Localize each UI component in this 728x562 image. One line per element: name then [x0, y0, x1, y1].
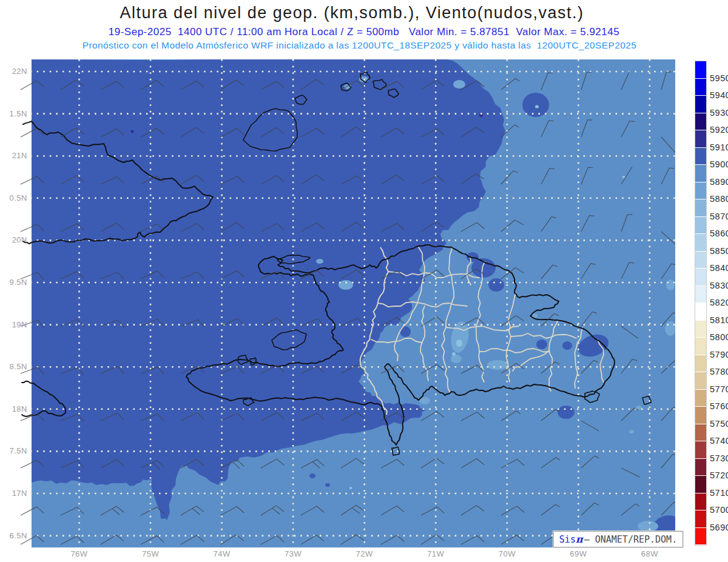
- shade-patch-5880-5890: [636, 406, 642, 410]
- colorbar-segment: [695, 493, 706, 511]
- colorbar-segment: [695, 441, 706, 459]
- colorbar-label: 5920: [710, 125, 728, 135]
- colorbar-label: 5730: [710, 453, 728, 463]
- colorbar-segment: [695, 199, 706, 217]
- colorbar-segment: [695, 130, 706, 148]
- shade-blob-5900-5910: [400, 326, 411, 337]
- shade-blob-5900-5910: [392, 274, 409, 296]
- shade-blob-5900-5910: [558, 406, 575, 419]
- lat-label: 7.5N: [2, 446, 27, 455]
- colorbar-label: 5780: [710, 367, 728, 376]
- lat-label: 17N: [2, 489, 27, 498]
- shade-patch-5880-5890: [339, 280, 353, 290]
- colorbar-segment: [695, 113, 706, 131]
- lat-label: 0.5N: [2, 193, 27, 202]
- colorbar-segment: [695, 182, 706, 200]
- colorbar-segment: [695, 252, 706, 269]
- lat-label: 19N: [2, 320, 27, 329]
- colorbar-label: 5910: [710, 142, 728, 152]
- colorbar-segment: [695, 372, 706, 390]
- colorbar-label: 5900: [710, 159, 728, 169]
- shade-patch-5880-5890: [451, 355, 462, 363]
- colorbar-segment: [695, 407, 706, 424]
- weather-map: [0, 0, 728, 562]
- colorbar-label: 5860: [710, 229, 728, 238]
- lon-label: 73W: [280, 549, 306, 558]
- colorbar-label: 5940: [710, 90, 728, 100]
- shade-patch-5880-5890: [316, 259, 323, 264]
- shade-blob-5900-5910: [309, 473, 315, 478]
- shade-spot-5870-5880: [535, 105, 539, 109]
- shade-patch-5880-5890: [638, 521, 658, 532]
- colorbar-segment: [695, 234, 706, 252]
- colorbar-label: 5850: [710, 246, 728, 256]
- colorbar-segment: [695, 286, 706, 304]
- watermark-sis: Sis: [559, 534, 576, 545]
- shade-blob-5900-5910: [325, 483, 330, 487]
- colorbar-label: 5950: [710, 73, 728, 83]
- watermark-box: Sisπ— ONAMET/REP.DOM.: [553, 531, 683, 547]
- colorbar-label: 5830: [710, 281, 728, 290]
- colorbar-label: 5810: [710, 315, 728, 325]
- lon-label: 76W: [66, 549, 93, 558]
- colorbar-label: 5710: [710, 488, 728, 498]
- shade-spot-5870-5880: [452, 352, 456, 356]
- shade-patch-5880-5890: [666, 279, 675, 290]
- colorbar-segment: [695, 390, 706, 407]
- shade-spot-5870-5880: [456, 340, 462, 347]
- colorbar-label: 5740: [710, 436, 728, 446]
- colorbar-segment: [695, 338, 706, 355]
- colorbar-segment: [695, 61, 706, 79]
- lon-label: 74W: [209, 549, 235, 558]
- colorbar-segment: [695, 217, 706, 235]
- shade-patch-5880-5890: [665, 321, 676, 336]
- lat-label: 8.5N: [2, 362, 27, 371]
- lon-label: 71W: [422, 549, 449, 558]
- lon-label: 72W: [351, 549, 378, 558]
- colorbar-segment: [695, 476, 706, 493]
- shade-spot-5870-5880: [349, 487, 352, 489]
- colorbar-segment: [695, 148, 706, 166]
- watermark-org: — ONAMET/REP.DOM.: [584, 534, 678, 545]
- colorbar-segment: [695, 528, 706, 546]
- colorbar-label: 5820: [710, 298, 728, 307]
- colorbar-label: 5720: [710, 470, 728, 480]
- shade-spot-5870-5880: [622, 176, 625, 178]
- shade-dot-5910-5920: [131, 130, 134, 133]
- colorbar-segment: [695, 165, 706, 182]
- lon-label: 70W: [494, 549, 521, 558]
- colorbar-label: 5930: [710, 108, 728, 118]
- colorbar-label: 5790: [710, 350, 728, 360]
- lat-label: 9.5N: [2, 278, 27, 287]
- colorbar: [695, 61, 707, 546]
- colorbar-segment: [695, 303, 706, 321]
- colorbar-label: 5770: [710, 384, 728, 394]
- lat-label: 6.5N: [2, 531, 27, 540]
- colorbar-label: 5760: [710, 401, 728, 411]
- shade-blob-5900-5910: [562, 341, 572, 350]
- lon-label: 68W: [636, 549, 663, 558]
- colorbar-label: 5800: [710, 332, 728, 342]
- colorbar-segment: [695, 79, 706, 96]
- watermark-pi-icon: π: [576, 534, 583, 545]
- shade-blob-5900-5910: [388, 308, 401, 325]
- colorbar-segment: [695, 424, 706, 442]
- colorbar-segment: [695, 510, 706, 528]
- colorbar-label: 5840: [710, 263, 728, 273]
- geopotential-shading: [32, 58, 684, 547]
- shade-patch-5880-5890: [487, 360, 508, 370]
- shade-blob-5900-5910: [488, 278, 504, 292]
- colorbar-segment: [695, 459, 706, 477]
- shade-patch-5880-5890: [453, 80, 465, 89]
- colorbar-label: 5690: [710, 523, 728, 532]
- colorbar-label: 5880: [710, 194, 728, 204]
- lat-label: 1.5N: [2, 109, 27, 118]
- colorbar-segment: [695, 96, 706, 113]
- colorbar-label: 5870: [710, 212, 728, 221]
- colorbar-segment: [695, 321, 706, 338]
- lon-label: 69W: [565, 549, 592, 558]
- weather-map-page: Altura del nivel de geop. (km,somb.), Vi…: [0, 0, 728, 562]
- colorbar-segment: [695, 355, 706, 373]
- lat-label: 21N: [2, 151, 27, 160]
- lat-label: 22N: [2, 67, 27, 76]
